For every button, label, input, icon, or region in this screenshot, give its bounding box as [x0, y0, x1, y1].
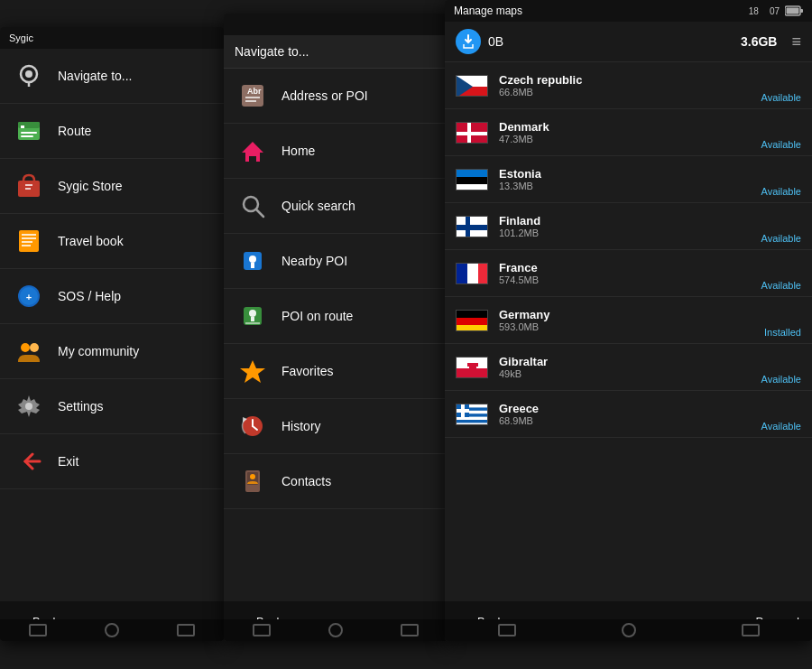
- map-status-czech: Available: [761, 92, 801, 103]
- contacts-label: Contacts: [281, 474, 331, 488]
- map-name-gibraltar: Gibraltar: [499, 355, 801, 368]
- screen2-title: Navigate to...: [235, 44, 309, 59]
- nearby-poi-label: Nearby POI: [281, 254, 347, 268]
- poi-on-route-label: POI on route: [281, 309, 353, 323]
- app-name: Sygic: [9, 33, 33, 43]
- sos-icon: +: [13, 280, 45, 312]
- sos-label: SOS / Help: [58, 289, 121, 303]
- menu-item-contacts[interactable]: Contacts: [224, 454, 448, 509]
- svg-rect-55: [457, 177, 488, 184]
- screen2-header: Navigate to...: [224, 35, 448, 69]
- flag-de: [456, 310, 488, 331]
- menu-item-nearby-poi[interactable]: Nearby POI: [224, 234, 448, 289]
- map-info-greece: Greece 68.9MB: [499, 402, 801, 426]
- menu-item-settings[interactable]: Settings: [0, 379, 224, 434]
- map-item-finland[interactable]: Finland 101.2MB Available: [445, 203, 812, 250]
- contacts-icon: [236, 465, 269, 497]
- menu-item-navigate-to[interactable]: Navigate to...: [0, 49, 224, 104]
- quick-search-label: Quick search: [281, 199, 355, 213]
- svg-rect-12: [22, 234, 36, 236]
- nav-recent-3: [742, 624, 760, 636]
- address-poi-label: Address or POI: [281, 88, 368, 103]
- map-info-france: France 574.5MB: [499, 261, 801, 285]
- flag-ee: [456, 169, 488, 190]
- flag-cz: [456, 75, 488, 97]
- map-size-greece: 68.9MB: [499, 415, 801, 426]
- menu-item-sos[interactable]: + SOS / Help: [0, 269, 224, 324]
- svg-rect-62: [478, 264, 488, 284]
- community-icon: [13, 335, 45, 367]
- svg-rect-5: [21, 132, 37, 134]
- menu-item-route[interactable]: Route: [0, 104, 224, 159]
- svg-marker-37: [240, 360, 265, 383]
- nav-home-1: [105, 623, 119, 637]
- map-item-greece[interactable]: Greece 68.9MB Available: [445, 391, 812, 438]
- svg-text:+: +: [26, 292, 32, 302]
- flag-dk: [456, 122, 488, 144]
- svg-rect-32: [251, 263, 254, 268]
- screen1-sygic: Sygic Navigate to...: [0, 27, 224, 641]
- time-07: 07: [770, 6, 780, 16]
- flag-gr: [456, 404, 488, 425]
- map-size-germany: 593.0MB: [499, 321, 801, 332]
- storage-menu-icon: ≡: [791, 33, 801, 51]
- history-icon: [236, 410, 269, 442]
- exit-icon: [13, 445, 45, 478]
- map-size-czech: 66.8MB: [499, 87, 801, 98]
- svg-point-31: [249, 256, 256, 263]
- map-item-denmark[interactable]: Denmark 47.3MB Available: [445, 109, 812, 156]
- menu-item-travel-book[interactable]: Travel book: [0, 214, 224, 269]
- map-info-estonia: Estonia 13.3MB: [499, 167, 801, 191]
- map-name-germany: Germany: [499, 308, 801, 321]
- map-name-finland: Finland: [499, 214, 801, 228]
- nav-recent-2: [401, 624, 419, 636]
- nav-bar-2: [224, 619, 448, 641]
- screen2-navigate: Navigate to... Abr Address or POI Home: [224, 14, 448, 641]
- svg-rect-69: [467, 363, 478, 367]
- map-size-denmark: 47.3MB: [499, 134, 801, 144]
- travel-icon: [13, 225, 45, 257]
- svg-rect-64: [457, 318, 488, 325]
- nav-bar-3: [445, 619, 812, 641]
- menu-item-quick-search[interactable]: Quick search: [224, 179, 448, 234]
- svg-rect-14: [22, 241, 32, 243]
- svg-rect-59: [457, 225, 488, 230]
- svg-rect-56: [457, 184, 488, 190]
- nav-back-1: [29, 624, 47, 636]
- svg-point-19: [21, 343, 30, 352]
- map-name-france: France: [499, 261, 801, 274]
- menu-item-home[interactable]: Home: [224, 124, 448, 179]
- map-item-czech[interactable]: Czech republic 66.8MB Available: [445, 62, 812, 109]
- map-item-gibraltar[interactable]: Gibraltar 49kB Available: [445, 344, 812, 391]
- map-item-germany[interactable]: Germany 593.0MB Installed: [445, 297, 812, 344]
- map-name-greece: Greece: [499, 402, 801, 415]
- home-label: Home: [281, 144, 315, 158]
- svg-rect-46: [800, 9, 803, 13]
- status-bar-1: Sygic: [0, 27, 224, 49]
- menu-item-exit[interactable]: Exit: [0, 434, 224, 489]
- favorites-icon: [236, 355, 269, 387]
- menu-item-sygic-store[interactable]: Sygic Store: [0, 159, 224, 214]
- svg-rect-6: [21, 135, 33, 137]
- map-name-estonia: Estonia: [499, 167, 801, 181]
- menu-item-my-community[interactable]: My community: [0, 324, 224, 379]
- address-poi-icon: Abr: [236, 79, 269, 112]
- route-label: Route: [58, 124, 91, 138]
- nav-back-3: [498, 624, 516, 636]
- menu-item-favorites[interactable]: Favorites: [224, 344, 448, 399]
- map-name-denmark: Denmark: [499, 120, 801, 134]
- flag-fi: [456, 216, 488, 237]
- menu-item-address-poi[interactable]: Abr Address or POI: [224, 69, 448, 124]
- svg-rect-63: [457, 311, 488, 318]
- nav-recent-1: [177, 624, 195, 636]
- svg-rect-65: [457, 325, 488, 331]
- svg-rect-74: [457, 423, 488, 425]
- settings-label: Settings: [58, 399, 104, 413]
- map-item-france[interactable]: France 574.5MB Available: [445, 250, 812, 297]
- favorites-label: Favorites: [281, 364, 334, 378]
- storage-info: 0B 3.6GB ≡: [445, 22, 812, 62]
- menu-item-poi-on-route[interactable]: POI on route: [224, 289, 448, 344]
- svg-rect-15: [22, 245, 31, 246]
- map-item-estonia[interactable]: Estonia 13.3MB Available: [445, 156, 812, 203]
- menu-item-history[interactable]: History: [224, 399, 448, 454]
